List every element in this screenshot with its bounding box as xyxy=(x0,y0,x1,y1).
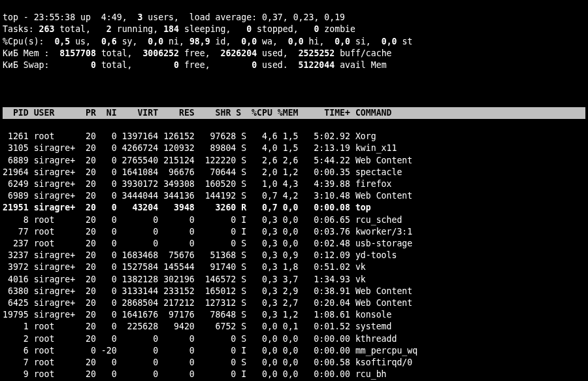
process-row[interactable]: 2 root 20 0 0 0 0 S 0,0 0,0 0:00.00 kthr… xyxy=(3,334,397,344)
process-row[interactable]: 9 root 20 0 0 0 0 I 0,0 0,0 0:00.00 rcu_… xyxy=(3,369,387,379)
process-row[interactable]: 21951 siragre+ 20 0 43204 3948 3260 R 0,… xyxy=(3,203,371,212)
process-row[interactable]: 1 root 20 0 225628 9420 6752 S 0,0 0,1 0… xyxy=(3,322,391,331)
process-row[interactable]: 6425 siragre+ 20 0 2868504 217212 127312… xyxy=(3,298,412,308)
process-row[interactable]: 6989 siragre+ 20 0 3444044 344136 144192… xyxy=(3,191,412,201)
process-row[interactable]: 3237 siragre+ 20 0 1683468 75676 51368 S… xyxy=(3,250,397,260)
cpu-line: %Cpu(s): 0,5 us, 0,6 sy, 0,0 ni, 98,9 id… xyxy=(3,36,585,48)
uptime-line: top - 23:55:38 up 4:49, 3 users, load av… xyxy=(3,12,585,24)
process-row[interactable]: 6 root 0 -20 0 0 0 I 0,0 0,0 0:00.00 mm_… xyxy=(3,346,417,356)
tasks-line: Tasks: 263 total, 2 running, 184 sleepin… xyxy=(3,24,585,35)
process-row[interactable]: 3972 siragre+ 20 0 1527584 145544 91740 … xyxy=(3,262,366,272)
load-avg: 0,37, 0,23, 0,19 xyxy=(262,12,345,22)
swap-line: КиБ Swap: 0 total, 0 free, 0 used. 51220… xyxy=(3,59,585,71)
process-row[interactable]: 3105 siragre+ 20 0 4266724 120932 89804 … xyxy=(3,143,397,153)
process-row[interactable]: 19795 siragre+ 20 0 1641676 97176 78648 … xyxy=(3,310,391,320)
terminal-output[interactable]: top - 23:55:38 up 4:49, 3 users, load av… xyxy=(0,0,588,381)
process-row[interactable]: 77 root 20 0 0 0 0 I 0,3 0,0 0:03.76 kwo… xyxy=(3,227,412,237)
process-row[interactable]: 6380 siragre+ 20 0 3133144 233152 165012… xyxy=(3,286,412,296)
process-row[interactable]: 8 root 20 0 0 0 0 I 0,3 0,0 0:06.65 rcu_… xyxy=(3,215,402,225)
process-list: 1261 root 20 0 1397164 126152 97628 S 4,… xyxy=(3,131,585,381)
mem-line: КиБ Mem : 8157708 total, 3006252 free, 2… xyxy=(3,48,585,59)
process-row[interactable]: 4016 siragre+ 20 0 1382128 302196 146572… xyxy=(3,274,366,284)
process-row[interactable]: 1261 root 20 0 1397164 126152 97628 S 4,… xyxy=(3,131,376,141)
process-row[interactable]: 6249 siragre+ 20 0 3930172 349308 160520… xyxy=(3,179,391,189)
process-row[interactable]: 7 root 20 0 0 0 0 S 0,0 0,0 0:00.58 ksof… xyxy=(3,357,412,367)
column-headers[interactable]: PID USER PR NI VIRT RES SHR S %CPU %MEM … xyxy=(3,107,585,119)
summary-area: top - 23:55:38 up 4:49, 3 users, load av… xyxy=(3,12,585,71)
process-row[interactable]: 21964 siragre+ 20 0 1641084 96676 70644 … xyxy=(3,167,402,177)
process-header: PID USER PR NI VIRT RES SHR S %CPU %MEM … xyxy=(3,107,585,119)
time: 23:55:38 xyxy=(34,12,76,22)
process-row[interactable]: 237 root 20 0 0 0 0 S 0,3 0,0 0:02.48 us… xyxy=(3,239,412,248)
process-row[interactable]: 6889 siragre+ 20 0 2765540 215124 122220… xyxy=(3,156,412,165)
blank-line xyxy=(3,83,585,95)
